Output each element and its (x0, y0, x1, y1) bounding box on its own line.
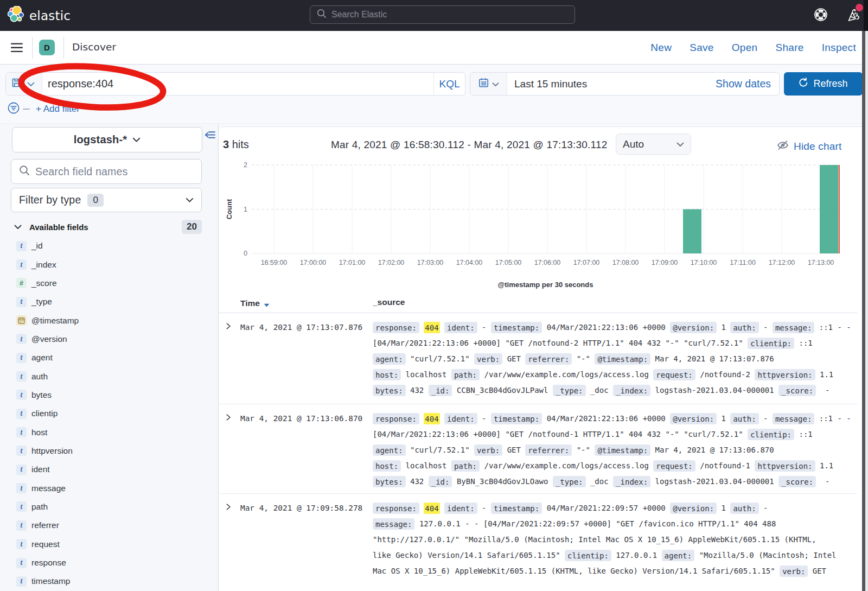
field-key-badge: ident: (444, 322, 477, 333)
svg-text:17:13:00: 17:13:00 (808, 259, 834, 266)
field-item-@timestamp[interactable]: @timestamp (11, 311, 202, 329)
available-fields-header[interactable]: Available fields 20 (14, 219, 202, 234)
fields-sidebar: logstash-* Search field names Filter by … (0, 124, 219, 591)
expand-row-icon[interactable] (219, 494, 240, 513)
saved-query-menu-button[interactable] (6, 73, 42, 95)
field-item-clientip[interactable]: tclientip (11, 404, 202, 423)
field-item-_id[interactable]: t_id (11, 237, 202, 255)
field-type-string-icon: t (16, 465, 27, 475)
chevron-down-icon (14, 222, 22, 232)
filter-by-type-label: Filter by type (19, 194, 81, 206)
field-type-string-icon: t (16, 501, 27, 512)
field-type-string-icon: t (16, 259, 27, 270)
appbar-action-share[interactable]: Share (775, 42, 803, 54)
field-item-response[interactable]: tresponse (11, 554, 202, 572)
field-key-badge: auth: (730, 322, 758, 333)
time-column-label: Time (240, 298, 260, 308)
global-search-input[interactable]: Search Elastic (310, 5, 575, 24)
available-fields-count-badge: 20 (182, 220, 202, 234)
field-key-badge: message: (373, 518, 414, 530)
column-header-time[interactable]: Time (240, 297, 270, 309)
field-key-badge: request: (653, 369, 695, 380)
chevron-down-icon (676, 139, 684, 149)
index-pattern-select[interactable]: logstash-* (12, 127, 202, 152)
filter-by-type-select[interactable]: Filter by type 0 (11, 188, 202, 212)
field-type-string-icon: t (16, 390, 27, 400)
add-filter-button[interactable]: + Add filter (36, 104, 80, 115)
separator (63, 37, 64, 59)
appbar-action-open[interactable]: Open (732, 42, 758, 54)
field-type-string-icon: t (16, 241, 27, 251)
space-avatar[interactable]: D (39, 40, 55, 55)
chart-time-range: Mar 4, 2021 @ 16:58:30.112 - Mar 4, 2021… (331, 139, 607, 151)
query-language-button[interactable]: KQL (433, 73, 465, 95)
field-name: httpversion (31, 446, 73, 456)
field-name: _id (31, 241, 43, 251)
filter-options-icon[interactable] (8, 102, 20, 116)
date-quick-select-button[interactable] (470, 73, 507, 95)
field-key-badge: message: (773, 413, 814, 424)
calendar-icon (478, 78, 489, 90)
sort-desc-icon (264, 300, 270, 309)
field-name: response (31, 558, 66, 568)
hide-chart-button[interactable]: Hide chart (776, 139, 842, 154)
field-type-string-icon: t (16, 539, 27, 549)
field-item-agent[interactable]: tagent (11, 348, 202, 367)
expand-row-icon[interactable] (219, 313, 240, 332)
svg-text:17:10:00: 17:10:00 (691, 259, 717, 266)
svg-text:0: 0 (244, 250, 247, 257)
appbar-action-inspect[interactable]: Inspect (822, 42, 856, 54)
chevron-down-icon (186, 195, 194, 205)
field-item-message[interactable]: tmessage (11, 479, 202, 497)
svg-text:Count: Count (225, 199, 233, 219)
separator (32, 37, 33, 59)
field-item-request[interactable]: trequest (11, 535, 202, 554)
field-item-@version[interactable]: t@version (11, 330, 202, 348)
field-name: host (31, 428, 47, 437)
field-item-path[interactable]: tpath (11, 498, 202, 516)
row-time: Mar 4, 2021 @ 17:13:06.870 (240, 404, 373, 423)
field-key-badge: path: (451, 460, 480, 472)
field-item-auth[interactable]: tauth (11, 367, 202, 385)
field-item-referrer[interactable]: treferrer (11, 516, 202, 535)
field-item-_index[interactable]: t_index (11, 255, 202, 274)
show-dates-button[interactable]: Show dates (716, 73, 779, 95)
interval-select[interactable]: Auto (616, 134, 691, 155)
expand-row-icon[interactable] (219, 404, 240, 423)
field-item-_score[interactable]: #_score (11, 274, 202, 293)
field-item-timestamp[interactable]: ttimestamp (11, 572, 202, 590)
field-name: ident (31, 465, 50, 474)
elastic-logo-icon (8, 6, 24, 26)
query-bar: response:404 KQL (5, 72, 465, 96)
field-item-_type[interactable]: t_type (11, 293, 202, 311)
field-search-input[interactable]: Search field names (11, 159, 202, 184)
svg-text:1: 1 (244, 206, 247, 213)
appbar-action-save[interactable]: Save (690, 42, 714, 54)
field-type-string-icon: t (16, 371, 27, 382)
refresh-button[interactable]: Refresh (784, 72, 863, 96)
field-name: _type (31, 297, 52, 307)
eye-closed-icon (776, 139, 789, 154)
field-item-ident[interactable]: tident (11, 460, 202, 479)
field-item-httpversion[interactable]: thttpversion (11, 442, 202, 460)
field-name: message (31, 484, 66, 493)
menu-hamburger-icon[interactable] (11, 41, 23, 54)
collapse-sidebar-icon[interactable] (205, 131, 215, 141)
field-item-host[interactable]: thost (11, 423, 202, 441)
elastic-brand: elastic (8, 6, 71, 26)
notification-dot (856, 4, 863, 11)
help-icon[interactable] (813, 7, 829, 25)
appbar-action-new[interactable]: New (650, 42, 672, 54)
field-key-badge: timestamp: (491, 503, 542, 514)
field-item-bytes[interactable]: tbytes (11, 386, 202, 404)
svg-text:17:12:00: 17:12:00 (769, 259, 795, 266)
query-input[interactable]: response:404 (42, 73, 433, 95)
field-key-badge: verb: (474, 444, 502, 456)
histogram-chart[interactable]: 01216:59:0017:00:0017:01:0017:02:0017:03… (219, 157, 862, 294)
field-name: agent (31, 353, 53, 363)
time-range-button[interactable]: Last 15 minutes (507, 73, 716, 95)
filter-dash (23, 109, 30, 110)
refresh-label: Refresh (813, 78, 847, 90)
field-name: @version (31, 334, 67, 344)
date-picker: Last 15 minutes Show dates (470, 72, 780, 96)
